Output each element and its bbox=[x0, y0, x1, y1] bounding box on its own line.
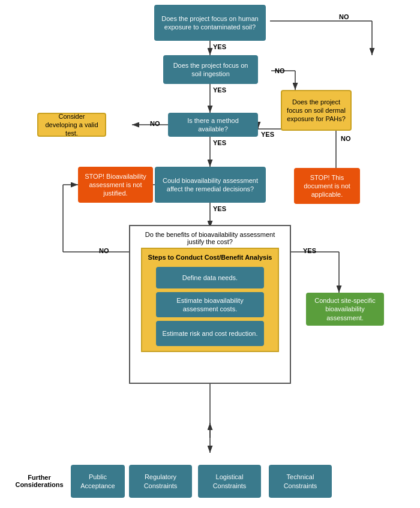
yes-label-cost: YES bbox=[303, 247, 316, 254]
logistical-constraints-box: Logistical Constraints bbox=[198, 465, 261, 498]
define-data-box: Define data needs. bbox=[156, 267, 264, 288]
cost-benefit-question: Do the benefits of bioavailability asses… bbox=[130, 226, 290, 248]
human-exposure-box: Does the project focus on human exposure… bbox=[154, 5, 266, 41]
yes-label-2: YES bbox=[213, 86, 226, 94]
yes-label-method: YES bbox=[213, 139, 226, 146]
further-considerations-label: Further Considerations bbox=[11, 474, 68, 488]
no-label-soil: NO bbox=[275, 67, 285, 74]
no-label-dermal: NO bbox=[341, 135, 351, 142]
regulatory-constraints-box: Regulatory Constraints bbox=[129, 465, 192, 498]
conduct-site-box: Conduct site-specific bioavailability as… bbox=[306, 293, 384, 326]
estimate-costs-box: Estimate bioavailability assessment cost… bbox=[156, 292, 264, 317]
soil-dermal-box: Does the project focus on soil dermal ex… bbox=[281, 90, 352, 131]
bioavailability-affect-box: Could bioavailability assessment affect … bbox=[155, 167, 266, 203]
soil-ingestion-box: Does the project focus on soil ingestion bbox=[163, 55, 258, 84]
yes-label-bio: YES bbox=[213, 205, 226, 212]
method-available-box: Is there a method available? bbox=[168, 113, 258, 137]
steps-title: Steps to Conduct Cost/Benefit Analysis bbox=[148, 254, 272, 261]
no-label-method: NO bbox=[150, 120, 160, 127]
public-acceptance-box: Public Acceptance bbox=[71, 465, 125, 498]
steps-inner-container: Steps to Conduct Cost/Benefit Analysis D… bbox=[141, 248, 279, 352]
stop-not-applicable-box: STOP! This document is not applicable. bbox=[294, 168, 360, 204]
no-label-human: NO bbox=[339, 13, 349, 20]
technical-constraints-box: Technical Constraints bbox=[269, 465, 332, 498]
flowchart: Does the project focus on human exposure… bbox=[0, 0, 420, 508]
yes-label-dermal: YES bbox=[261, 131, 274, 138]
no-label-cost: NO bbox=[99, 247, 109, 254]
yes-label-1: YES bbox=[213, 43, 226, 50]
estimate-risk-box: Estimate risk and cost reduction. bbox=[156, 321, 264, 346]
cost-benefit-container: Do the benefits of bioavailability asses… bbox=[129, 225, 291, 384]
stop-not-justified-box: STOP! Bioavailability assessment is not … bbox=[78, 167, 153, 203]
consider-valid-box: Consider developing a valid test. bbox=[37, 113, 106, 137]
